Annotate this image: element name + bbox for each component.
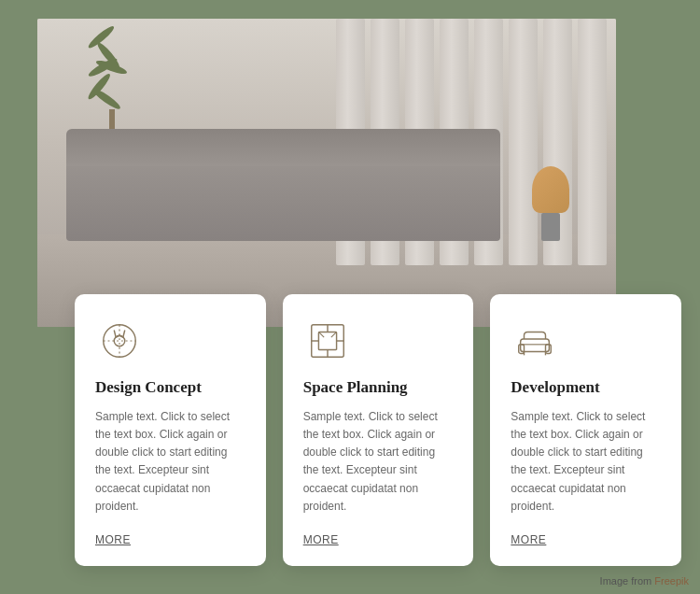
cards-container: Design Concept Sample text. Click to sel… <box>75 294 681 566</box>
design-concept-more[interactable]: MORE <box>95 533 131 546</box>
design-concept-icon <box>95 317 144 365</box>
development-icon <box>511 317 559 365</box>
svg-rect-4 <box>521 339 550 351</box>
freepik-link[interactable]: Freepik <box>654 575 689 587</box>
image-credit: Image from Freepik <box>600 575 689 587</box>
space-planning-more[interactable]: MORE <box>303 533 339 546</box>
development-title: Development <box>511 378 661 397</box>
space-planning-card: Space Planning Sample text. Click to sel… <box>283 294 474 566</box>
design-concept-card: Design Concept Sample text. Click to sel… <box>75 294 266 566</box>
design-concept-title: Design Concept <box>95 378 245 397</box>
development-more[interactable]: MORE <box>511 533 546 546</box>
design-concept-text: Sample text. Click to select the text bo… <box>95 408 245 516</box>
space-planning-title: Space Planning <box>303 378 454 397</box>
development-card: Development Sample text. Click to select… <box>490 294 681 566</box>
space-planning-text: Sample text. Click to select the text bo… <box>303 408 454 516</box>
development-text: Sample text. Click to select the text bo… <box>511 408 661 516</box>
hero-image <box>37 19 616 327</box>
space-planning-icon <box>303 317 352 365</box>
image-credit-text: Image from <box>600 575 652 587</box>
background: Image from Freepik Design Concept Sample… <box>0 0 700 594</box>
